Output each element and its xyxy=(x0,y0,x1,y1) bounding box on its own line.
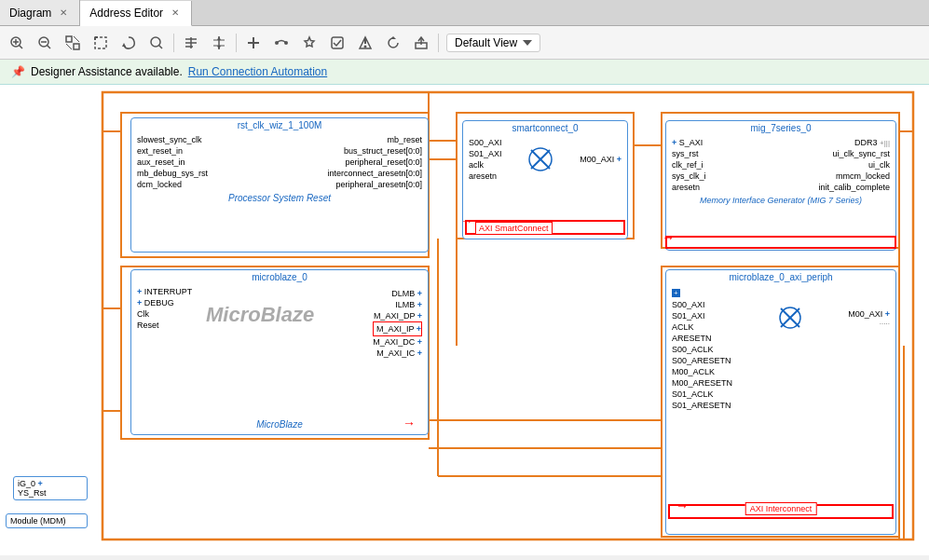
smartconnect-label: AXI SmartConnect xyxy=(475,222,553,235)
svg-line-9 xyxy=(66,44,72,49)
connect-button[interactable] xyxy=(268,30,294,56)
axi-periph-arrow: → xyxy=(676,499,689,513)
svg-line-16 xyxy=(159,45,163,48)
config-button[interactable] xyxy=(296,30,322,56)
validate-button[interactable] xyxy=(324,30,350,56)
mdm-label-block: Module (MDM) xyxy=(6,513,88,528)
export-button[interactable] xyxy=(408,30,434,56)
tab-address-editor-label: Address Editor xyxy=(89,7,163,20)
tab-diagram[interactable]: Diagram ✕ xyxy=(0,0,80,25)
add-button[interactable] xyxy=(240,30,266,56)
svg-point-32 xyxy=(364,45,367,48)
mig-label: Memory Interface Generator (MIG 7 Series… xyxy=(666,195,895,206)
rotate-button[interactable] xyxy=(116,30,142,56)
microblaze-text: MicroBlaze xyxy=(206,303,314,327)
svg-marker-14 xyxy=(122,43,126,47)
svg-line-10 xyxy=(74,36,79,42)
mdm-module: iG_0 + YS_Rst xyxy=(13,476,88,500)
svg-line-5 xyxy=(48,45,51,48)
svg-marker-33 xyxy=(390,36,396,39)
fit-selection-button[interactable] xyxy=(88,30,114,56)
svg-marker-25 xyxy=(217,46,221,49)
microblaze-title: microblaze_0 xyxy=(131,270,428,284)
refresh-button[interactable] xyxy=(380,30,406,56)
zoom-out-button[interactable] xyxy=(32,30,58,56)
toolbar-sep-2 xyxy=(236,34,237,52)
toolbar-sep-3 xyxy=(438,34,439,52)
svg-rect-8 xyxy=(74,44,79,49)
svg-rect-7 xyxy=(66,36,72,42)
axi-periph-title: microblaze_0_axi_periph xyxy=(666,270,895,284)
view-dropdown-label: Default View xyxy=(455,36,517,49)
svg-marker-36 xyxy=(523,40,532,46)
svg-marker-24 xyxy=(217,36,221,40)
axi-periph-label: AXI Interconnect xyxy=(745,502,817,515)
tab-address-editor[interactable]: Address Editor ✕ xyxy=(80,1,192,26)
mig-block: mig_7series_0 + S_AXI sys_rst clk_ref_i … xyxy=(665,120,896,251)
toolbar: Default View xyxy=(0,26,929,60)
tab-address-editor-close[interactable]: ✕ xyxy=(169,7,182,20)
microblaze-label: MicroBlaze xyxy=(131,418,428,430)
microblaze-block: microblaze_0 + INTERRUPT + DEBUG Clk Res… xyxy=(130,269,429,435)
rst-clk-label: Processor System Reset xyxy=(131,192,428,204)
assistant-text: Designer Assistance available. xyxy=(31,65,183,78)
mdm-label: iG_0 + xyxy=(18,479,83,488)
search-button[interactable] xyxy=(143,30,170,56)
align-button[interactable] xyxy=(178,30,204,56)
svg-point-28 xyxy=(275,41,279,45)
assistant-bar: 📌 Designer Assistance available. Run Con… xyxy=(0,60,929,85)
fit-button[interactable] xyxy=(60,30,86,56)
mdm-sublabel: YS_Rst xyxy=(18,488,83,498)
toolbar-sep-1 xyxy=(173,34,174,52)
rst-clk-block: rst_clk_wiz_1_100M slowest_sync_clk ext_… xyxy=(130,117,429,253)
smartconnect-title: smartconnect_0 xyxy=(463,121,627,135)
svg-point-29 xyxy=(284,41,288,45)
drc-button[interactable] xyxy=(352,30,378,56)
rst-clk-title: rst_clk_wiz_1_100M xyxy=(131,118,428,132)
tab-diagram-close[interactable]: ✕ xyxy=(57,7,70,20)
svg-rect-30 xyxy=(332,37,343,48)
diagram-canvas: rst_clk_wiz_1_100M slowest_sync_clk ext_… xyxy=(0,85,929,555)
run-automation-link[interactable]: Run Connection Automation xyxy=(188,65,327,78)
tab-diagram-label: Diagram xyxy=(9,7,51,20)
zoom-in-button[interactable] xyxy=(4,30,30,56)
mig-title: mig_7series_0 xyxy=(666,121,895,135)
svg-rect-11 xyxy=(95,37,106,48)
tab-bar: Diagram ✕ Address Editor ✕ xyxy=(0,0,929,26)
view-dropdown[interactable]: Default View xyxy=(446,34,540,52)
distribute-button[interactable] xyxy=(206,30,232,56)
svg-line-1 xyxy=(20,45,23,48)
axi-periph-block: microblaze_0_axi_periph + S00_AXI S01_AX… xyxy=(665,269,896,535)
pin-icon: 📌 xyxy=(11,65,25,78)
mdm-text: Module (MDM) xyxy=(10,516,83,526)
